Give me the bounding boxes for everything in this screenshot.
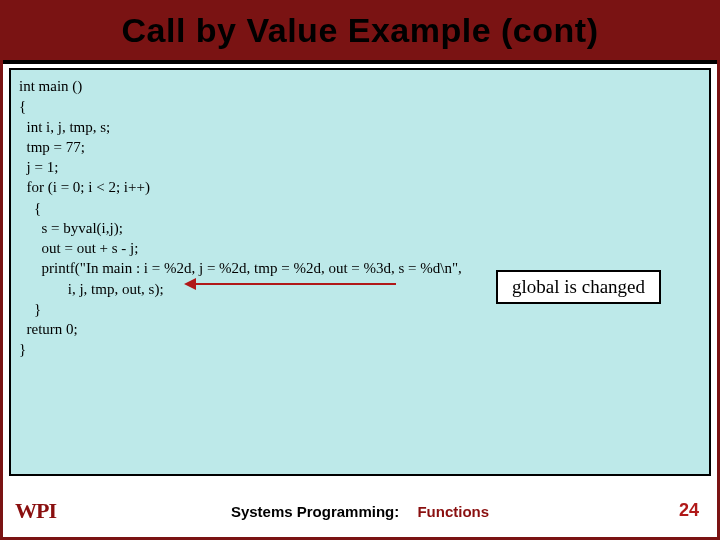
page-number: 24: [679, 500, 699, 521]
code-line: for (i = 0; i < 2; i++): [19, 177, 701, 197]
footer: WPI Systems Programming: Functions 24: [3, 491, 717, 531]
slide: Call by Value Example (cont) int main ()…: [0, 0, 720, 540]
code-line: int i, j, tmp, s;: [19, 117, 701, 137]
code-box: int main () { int i, j, tmp, s; tmp = 77…: [9, 68, 711, 476]
code-line: {: [19, 198, 701, 218]
code-line: j = 1;: [19, 157, 701, 177]
footer-label-right: Functions: [417, 503, 489, 520]
annotation-callout: global is changed: [496, 270, 661, 304]
code-line: int main (): [19, 76, 701, 96]
code-line: {: [19, 96, 701, 116]
code-line: out = out + s - j;: [19, 238, 701, 258]
code-line: s = byval(i,j);: [19, 218, 701, 238]
footer-text: Systems Programming: Functions: [3, 503, 717, 520]
title-bar: Call by Value Example (cont): [3, 3, 717, 64]
slide-title: Call by Value Example (cont): [3, 11, 717, 50]
footer-label-left: Systems Programming:: [231, 503, 399, 520]
code-line: return 0;: [19, 319, 701, 339]
arrow-icon: [186, 283, 396, 285]
code-line: tmp = 77;: [19, 137, 701, 157]
code-line: }: [19, 339, 701, 359]
